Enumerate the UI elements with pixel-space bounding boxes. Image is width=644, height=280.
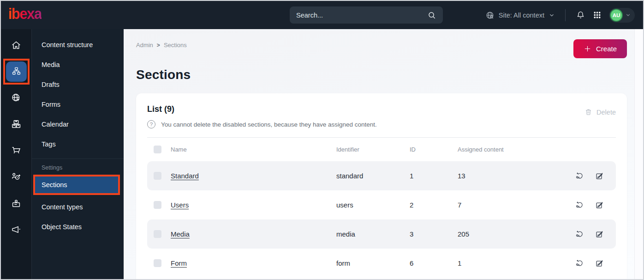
cart-icon: [11, 145, 22, 156]
rail-item-customers[interactable]: [1, 164, 31, 190]
menu-item-content-types[interactable]: Content types: [32, 197, 124, 217]
chevron-down-icon: [549, 12, 555, 18]
cell-assigned-content: 13: [458, 172, 573, 180]
list-info: ? You cannot delete the disabled section…: [147, 120, 377, 128]
section-name-link[interactable]: Form: [171, 259, 336, 267]
ibexa-logo[interactable]: ibexa: [8, 6, 42, 25]
cell-identifier: standard: [336, 172, 410, 180]
rail-item-marketing[interactable]: [1, 216, 31, 243]
select-all-checkbox[interactable]: [154, 146, 161, 153]
column-name: Name: [171, 146, 336, 153]
edit-icon[interactable]: [595, 259, 604, 268]
cell-id: 2: [410, 201, 458, 209]
settings-group: Settings Sections Content types Object S…: [32, 158, 124, 237]
menu-item-content-structure[interactable]: Content structure: [32, 35, 124, 55]
create-button[interactable]: Create: [573, 39, 627, 58]
notifications-bell-icon[interactable]: [576, 10, 585, 20]
topbar: ibexa Site: All context: [1, 1, 643, 29]
row-checkbox[interactable]: [154, 259, 161, 267]
cell-assigned-content: 1: [458, 259, 573, 267]
breadcrumb: Admin > Sections: [136, 39, 187, 49]
topbar-divider: [565, 9, 566, 21]
app-window: ibexa Site: All context: [0, 0, 644, 280]
active-rail-tile[interactable]: [6, 61, 27, 82]
delete-button[interactable]: Delete: [584, 108, 616, 116]
list-info-text: You cannot delete the disabled sections,…: [161, 121, 377, 128]
column-id: ID: [410, 146, 458, 153]
admin-badge-icon: [11, 198, 22, 209]
menu-item-forms[interactable]: Forms: [32, 94, 124, 114]
section-name-link[interactable]: Media: [171, 230, 336, 238]
cell-assigned-content: 7: [458, 201, 573, 209]
customer-target-icon: [11, 171, 22, 183]
assign-content-icon[interactable]: [575, 259, 584, 268]
topbar-actions: Site: All context A: [485, 8, 635, 23]
list-title: List (9): [147, 104, 377, 114]
table-row: Form form 6 1: [147, 249, 616, 278]
main-content: Admin > Sections Create Sections List (9…: [124, 29, 643, 279]
megaphone-icon: [11, 224, 22, 235]
user-menu[interactable]: AU: [609, 8, 635, 23]
column-identifier: Identifier: [336, 146, 410, 153]
row-checkbox[interactable]: [154, 172, 161, 180]
cell-identifier: users: [336, 201, 410, 209]
site-context-label: Site: All context: [499, 12, 544, 19]
assign-content-icon[interactable]: [575, 230, 584, 238]
table-header: Name Identifier ID Assigned content: [147, 138, 616, 161]
rail-item-product-catalog[interactable]: [1, 111, 31, 137]
menu-item-object-states[interactable]: Object States: [32, 217, 124, 237]
edit-icon[interactable]: [595, 230, 604, 238]
section-name-link[interactable]: Users: [171, 201, 336, 209]
menu-item-calendar[interactable]: Calendar: [32, 114, 124, 134]
sections-list-card: List (9) ? You cannot delete the disable…: [136, 93, 627, 279]
rail-item-content-structure[interactable]: [1, 58, 31, 85]
menu-item-drafts[interactable]: Drafts: [32, 74, 124, 94]
site-context-dropdown[interactable]: Site: All context: [485, 11, 555, 20]
content-structure-icon: [11, 66, 22, 77]
user-chevron-down-icon: [625, 12, 631, 18]
cell-id: 3: [410, 230, 458, 238]
global-search[interactable]: [290, 6, 443, 24]
search-input[interactable]: [296, 12, 427, 19]
cell-identifier: form: [336, 259, 410, 267]
trash-icon: [584, 108, 592, 116]
product-boxes-icon: [11, 119, 22, 130]
site-globe-icon: [11, 92, 22, 103]
menu-item-media[interactable]: Media: [32, 55, 124, 74]
assign-content-icon[interactable]: [575, 201, 584, 209]
section-name-link[interactable]: Standard: [171, 172, 336, 180]
search-icon[interactable]: [427, 11, 436, 20]
annotation-highlight: [3, 59, 30, 85]
row-checkbox[interactable]: [154, 201, 161, 209]
plus-icon: [584, 45, 591, 53]
cell-id: 6: [410, 259, 458, 267]
rail-item-commerce[interactable]: [1, 137, 31, 164]
menu-item-tags[interactable]: Tags: [32, 134, 124, 154]
cell-assigned-content: 205: [458, 230, 573, 238]
row-checkbox[interactable]: [154, 230, 161, 238]
menu-item-sections-active[interactable]: Sections: [33, 175, 120, 195]
globe-icon: [485, 11, 495, 20]
page-title: Sections: [136, 67, 627, 82]
avatar: AU: [610, 9, 623, 22]
cell-identifier: media: [336, 230, 410, 238]
breadcrumb-admin[interactable]: Admin: [136, 42, 153, 49]
table-row: Users users 2 7: [147, 190, 616, 219]
table-row: Standard standard 1 13: [147, 161, 616, 190]
apps-grid-icon[interactable]: [593, 11, 602, 19]
rail-item-site[interactable]: [1, 85, 31, 111]
home-icon: [11, 40, 22, 51]
edit-icon[interactable]: [595, 201, 604, 209]
edit-icon[interactable]: [595, 171, 604, 180]
breadcrumb-separator: >: [157, 42, 160, 49]
icon-rail: [1, 29, 32, 279]
cell-id: 1: [410, 172, 458, 180]
breadcrumb-sections: Sections: [164, 42, 187, 49]
assign-content-icon[interactable]: [575, 171, 584, 180]
settings-group-label: Settings: [32, 164, 124, 171]
scrollbar[interactable]: [634, 29, 643, 279]
rail-item-dashboard[interactable]: [1, 32, 31, 58]
help-icon: ?: [147, 120, 155, 128]
side-menu: Content structure Media Drafts Forms Cal…: [32, 29, 124, 279]
rail-item-admin[interactable]: [1, 190, 31, 216]
